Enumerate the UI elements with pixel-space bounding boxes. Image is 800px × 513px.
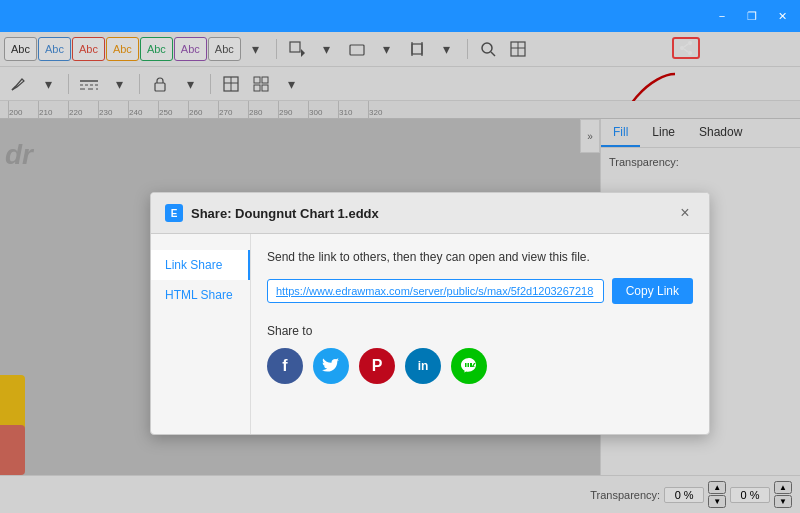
share-dialog: E Share: Doungnut Chart 1.eddx × Link Sh… <box>150 192 710 435</box>
share-to-label: Share to <box>267 324 693 338</box>
modal-overlay: E Share: Doungnut Chart 1.eddx × Link Sh… <box>0 32 800 513</box>
facebook-icon[interactable]: f <box>267 348 303 384</box>
twitter-icon[interactable] <box>313 348 349 384</box>
section-description: Send the link to others, then they can o… <box>267 250 693 264</box>
copy-link-button[interactable]: Copy Link <box>612 278 693 304</box>
line-icon[interactable] <box>451 348 487 384</box>
window-controls: − ❐ ✕ <box>708 5 796 27</box>
maximize-button[interactable]: ❐ <box>738 5 766 27</box>
dialog-title: E Share: Doungnut Chart 1.eddx <box>165 204 379 222</box>
url-row: Copy Link <box>267 278 693 304</box>
sidebar-item-html-share[interactable]: HTML Share <box>151 280 250 310</box>
social-icons-row: f P in <box>267 348 693 384</box>
dialog-body: Link Share HTML Share Send the link to o… <box>151 234 709 434</box>
dialog-sidebar: Link Share HTML Share <box>151 234 251 434</box>
dialog-close-button[interactable]: × <box>675 203 695 223</box>
linkedin-icon[interactable]: in <box>405 348 441 384</box>
titlebar: − ❐ ✕ <box>0 0 800 32</box>
close-button[interactable]: ✕ <box>768 5 796 27</box>
dialog-title-text: Share: Doungnut Chart 1.eddx <box>191 206 379 221</box>
url-input[interactable] <box>267 279 604 303</box>
dialog-header: E Share: Doungnut Chart 1.eddx × <box>151 193 709 234</box>
sidebar-item-link-share[interactable]: Link Share <box>151 250 250 280</box>
dialog-content: Send the link to others, then they can o… <box>251 234 709 434</box>
pinterest-icon[interactable]: P <box>359 348 395 384</box>
dialog-icon: E <box>165 204 183 222</box>
app-area: Abc Abc Abc Abc Abc Abc Abc ▾ ▾ ▾ ▾ <box>0 32 800 513</box>
minimize-button[interactable]: − <box>708 5 736 27</box>
